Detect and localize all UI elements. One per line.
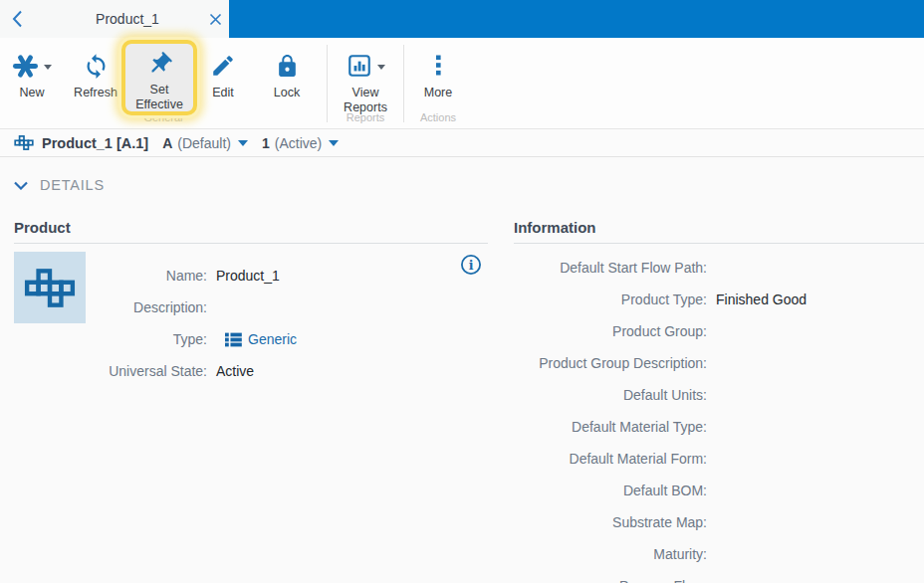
product-section: Product Name: Product_1 Description: — [14, 219, 488, 583]
tab-title: Product_1 — [96, 11, 159, 27]
toolbar-group-reports: View Reports Reports — [328, 42, 403, 125]
field-label: Product Group: — [514, 323, 707, 339]
caret-down-icon — [238, 140, 248, 146]
field-row: Default BOM: — [514, 475, 924, 506]
field-value: Generic — [207, 331, 297, 347]
product-thumbnail — [14, 252, 86, 323]
chevron-left-icon — [12, 10, 23, 28]
pushpin-icon — [146, 51, 173, 78]
field-label: Substrate Map: — [514, 514, 707, 530]
report-chart-icon — [346, 53, 372, 79]
field-value: Finished Good — [707, 292, 807, 307]
info-button[interactable]: i — [460, 254, 482, 276]
field-label: Name: — [86, 268, 207, 284]
details-panel: DETAILS Product Name: Product_1 — [0, 157, 924, 583]
field-label: Default BOM: — [514, 483, 707, 498]
tab-strip: Product_1 — [0, 0, 229, 38]
ellipsis-vertical-icon — [426, 53, 450, 79]
pencil-icon — [210, 53, 236, 79]
tab-bar: Product_1 — [0, 0, 924, 38]
field-row: Default Start Flow Path: — [514, 252, 924, 284]
group-label-actions: Actions — [404, 111, 472, 123]
asterisk-new-icon — [12, 53, 39, 80]
product-section-header: Product — [14, 219, 488, 244]
top-bar-fill — [229, 0, 924, 38]
breadcrumb: Product_1 [A.1] A (Default) 1 (Active) — [0, 129, 924, 157]
field-row: Default Units: — [514, 379, 924, 411]
chevron-down-icon — [14, 181, 28, 190]
caret-down-icon — [329, 140, 339, 146]
field-label: Universal State: — [86, 363, 207, 379]
toolbar-group-actions: More Actions — [404, 42, 472, 125]
field-label: Process Flow: — [514, 578, 707, 583]
field-row: Product Type:Finished Good — [514, 284, 924, 315]
field-label: Product Group Description: — [514, 355, 707, 371]
information-section: Information Default Start Flow Path: Pro… — [514, 219, 924, 583]
information-fields: Default Start Flow Path: Product Type:Fi… — [514, 252, 924, 583]
field-row: Substrate Map: — [514, 506, 924, 538]
field-row: Default Material Type: — [514, 411, 924, 443]
field-label: Default Start Flow Path: — [514, 260, 707, 276]
set-effective-button[interactable]: Set Effective — [121, 40, 197, 115]
more-button-label: More — [424, 86, 452, 100]
refresh-icon — [83, 53, 110, 80]
svg-text:i: i — [469, 258, 474, 273]
refresh-button[interactable]: Refresh — [64, 42, 127, 100]
toolbar: New Refresh Set Effective Edit — [0, 38, 924, 129]
edit-button[interactable]: Edit — [191, 42, 255, 100]
field-row: Maturity: — [514, 538, 924, 570]
info-icon: i — [460, 254, 482, 276]
version-value: 1 — [262, 135, 270, 151]
app-window: Product_1 New Refresh — [0, 0, 924, 583]
field-label: Default Material Form: — [514, 451, 707, 467]
information-section-header: Information — [514, 219, 924, 244]
close-icon — [209, 13, 222, 26]
dropdown-caret-icon — [377, 65, 385, 70]
breadcrumb-title: Product_1 [A.1] — [42, 135, 148, 151]
product-glyph-icon — [24, 269, 76, 307]
field-row: Process Flow: — [514, 570, 924, 583]
edit-button-label: Edit — [212, 86, 234, 100]
lock-button-label: Lock — [274, 86, 300, 100]
field-label: Default Material Type: — [514, 419, 707, 435]
field-value: Product_1 — [207, 268, 280, 284]
toolbar-group-general: New Refresh Set Effective Edit — [0, 42, 327, 125]
dropdown-caret-icon — [44, 65, 52, 70]
set-effective-button-label: Set Effective — [130, 83, 188, 112]
product-glyph-icon — [14, 135, 34, 150]
refresh-button-label: Refresh — [74, 86, 117, 100]
new-button-label: New — [19, 86, 44, 100]
field-row: Description: — [86, 292, 297, 323]
view-reports-button[interactable]: View Reports — [334, 42, 397, 115]
field-row: Product Group: — [514, 315, 924, 347]
field-label: Default Units: — [514, 387, 707, 403]
revision-dropdown[interactable]: A (Default) — [162, 135, 248, 151]
details-label: DETAILS — [40, 177, 105, 193]
revision-value: A — [162, 135, 172, 151]
version-state: (Active) — [275, 135, 322, 151]
field-label: Maturity: — [514, 546, 707, 562]
tab-close-button[interactable] — [207, 11, 223, 27]
field-row: Universal State: Active — [86, 355, 297, 387]
field-label: Product Type: — [514, 292, 707, 307]
back-button[interactable] — [8, 8, 26, 30]
field-label: Description: — [86, 299, 207, 315]
lock-icon — [275, 54, 300, 79]
version-dropdown[interactable]: 1 (Active) — [262, 135, 339, 151]
field-row: Default Material Form: — [514, 443, 924, 475]
more-button[interactable]: More — [406, 42, 470, 100]
field-row: Type: Generic — [86, 323, 297, 355]
group-label-reports: Reports — [328, 111, 403, 123]
tab-product[interactable]: Product_1 — [26, 0, 229, 38]
type-link[interactable]: Generic — [248, 331, 297, 347]
field-value: Active — [207, 363, 254, 379]
field-row: Product Group Description: — [514, 347, 924, 379]
new-button[interactable]: New — [0, 42, 64, 100]
list-icon — [225, 332, 242, 347]
details-toggle[interactable]: DETAILS — [14, 177, 924, 193]
revision-state: (Default) — [177, 135, 231, 151]
field-row: Name: Product_1 — [86, 260, 297, 292]
product-fields: Name: Product_1 Description: Type: Gener… — [86, 260, 297, 387]
field-label: Type: — [86, 331, 207, 347]
lock-button[interactable]: Lock — [255, 42, 319, 100]
